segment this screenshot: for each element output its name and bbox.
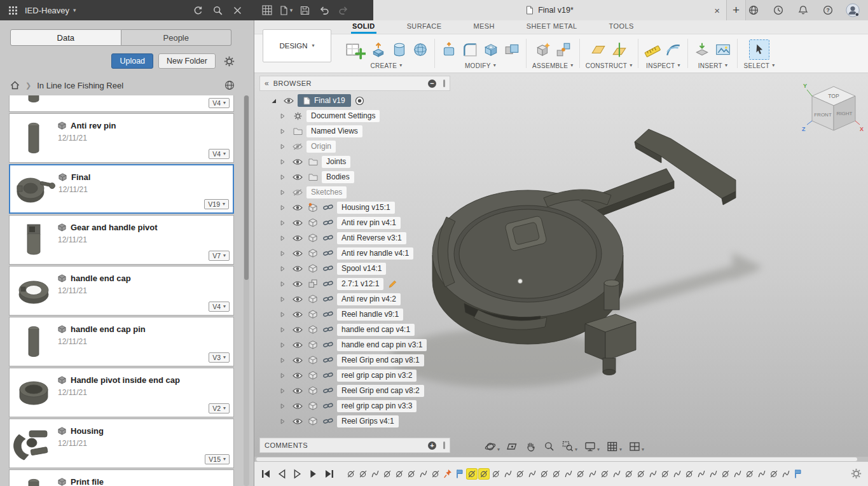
browser-row[interactable]: Reel handle v9:1 bbox=[259, 307, 450, 322]
browser-row[interactable]: 2.7:1 v12:1 bbox=[259, 276, 450, 291]
expand-arrow-icon[interactable] bbox=[276, 281, 289, 287]
history-icon[interactable] bbox=[771, 2, 786, 18]
close-tab-icon[interactable]: × bbox=[714, 6, 720, 15]
visibility-eye-icon[interactable] bbox=[291, 158, 304, 165]
timeline-feature-curve[interactable] bbox=[370, 469, 380, 479]
document-tab[interactable]: Final v19* × bbox=[373, 0, 727, 20]
project-item-card[interactable]: Print file bbox=[9, 469, 234, 486]
ribbon-group-label[interactable]: ASSEMBLE▾ bbox=[532, 62, 574, 69]
browser-row[interactable]: Spool v14:1 bbox=[259, 261, 450, 276]
ribbon-group-label[interactable]: CONSTRUCT▾ bbox=[586, 62, 633, 69]
project-item-card[interactable]: Anti rev pin12/11/21V4▾ bbox=[9, 113, 234, 163]
browser-item-label[interactable]: Housing v15:1 bbox=[337, 202, 395, 214]
workspace-selector[interactable]: DESIGN ▾ bbox=[263, 29, 331, 62]
expand-arrow-icon[interactable] bbox=[276, 205, 289, 211]
visibility-eye-icon[interactable] bbox=[291, 189, 304, 196]
browser-item-label[interactable]: Anti rev pin v4:1 bbox=[337, 217, 401, 229]
timeline-step-back-button[interactable] bbox=[277, 469, 287, 479]
tool-form-icon[interactable] bbox=[412, 41, 429, 58]
ribbon-group-label[interactable]: INSPECT▾ bbox=[646, 62, 680, 69]
browser-row[interactable]: reel grip cap pin v3:3 bbox=[259, 398, 450, 413]
project-item-card[interactable]: Gear and handle pivot12/11/21V7▾ bbox=[9, 215, 234, 265]
version-badge[interactable]: V4▾ bbox=[209, 98, 230, 108]
browser-row[interactable]: handle end cap v4:1 bbox=[259, 322, 450, 337]
visibility-eye-icon[interactable] bbox=[291, 143, 304, 150]
timeline-step-forward-button[interactable] bbox=[308, 469, 319, 479]
timeline-play-button[interactable] bbox=[293, 469, 303, 479]
home-icon[interactable] bbox=[10, 81, 20, 90]
browser-item-label[interactable]: handle end cap v4:1 bbox=[337, 324, 415, 336]
tool-extrude-icon[interactable] bbox=[370, 41, 387, 58]
timeline-feature-curve[interactable] bbox=[648, 469, 658, 479]
app-grid-icon[interactable] bbox=[5, 2, 20, 18]
browser-row[interactable]: Anti rev handle v4:1 bbox=[259, 246, 450, 261]
browser-row[interactable]: handle end cap pin v3:1 bbox=[259, 337, 450, 352]
timeline-feature-sketch[interactable] bbox=[636, 469, 646, 479]
timeline-feature-sketch[interactable] bbox=[539, 469, 549, 479]
save-icon[interactable] bbox=[298, 2, 313, 18]
visibility-eye-icon[interactable] bbox=[291, 265, 304, 272]
nav-zoom-window-icon[interactable]: ▾ bbox=[562, 441, 577, 452]
nav-orbit-icon[interactable]: ▾ bbox=[485, 441, 500, 452]
browser-row[interactable]: Document Settings bbox=[259, 108, 450, 123]
browser-item-label[interactable]: Joints bbox=[322, 156, 350, 168]
breadcrumb-project-label[interactable]: In Line Ice Fishing Reel bbox=[37, 81, 123, 90]
expand-arrow-icon[interactable] bbox=[276, 358, 289, 363]
upload-button[interactable]: Upload bbox=[111, 53, 153, 69]
tool-insert-mesh-icon[interactable] bbox=[694, 41, 710, 58]
timeline-feature-sketch-hl[interactable] bbox=[467, 469, 477, 479]
timeline-feature-sketch[interactable] bbox=[575, 469, 586, 479]
visibility-eye-icon[interactable] bbox=[291, 250, 304, 257]
ribbon-group-label[interactable]: INSERT▾ bbox=[698, 62, 728, 69]
timeline-feature-curve[interactable] bbox=[757, 469, 767, 479]
browser-root-row[interactable]: Final v19 bbox=[259, 93, 450, 108]
visibility-eye-icon[interactable] bbox=[291, 235, 304, 242]
version-badge[interactable]: V3▾ bbox=[209, 352, 230, 363]
timeline-feature-curve[interactable] bbox=[708, 469, 719, 479]
timeline-feature-sketch[interactable] bbox=[515, 469, 525, 479]
tool-select-icon[interactable] bbox=[749, 39, 769, 60]
version-badge[interactable]: V4▾ bbox=[209, 149, 230, 159]
timeline-feature-curve[interactable] bbox=[781, 469, 791, 479]
browser-item-label[interactable]: Spool v14:1 bbox=[337, 263, 386, 275]
visibility-eye-icon[interactable] bbox=[291, 387, 304, 394]
browser-row[interactable]: reel grip cap pin v3:2 bbox=[259, 368, 450, 383]
expand-arrow-icon[interactable] bbox=[276, 220, 289, 226]
browser-item-label[interactable]: Origin bbox=[307, 141, 336, 153]
tool-sketch-icon[interactable] bbox=[344, 39, 366, 60]
nav-pan-icon[interactable] bbox=[525, 441, 537, 452]
comments-panel[interactable]: COMMENTS + bbox=[259, 438, 450, 453]
file-menu-icon[interactable]: ▾ bbox=[279, 2, 294, 18]
nav-look-at-icon[interactable] bbox=[507, 441, 518, 452]
browser-row[interactable]: Housing v15:1 bbox=[259, 200, 450, 215]
timeline-feature-curve[interactable] bbox=[418, 469, 429, 479]
expand-arrow-icon[interactable] bbox=[276, 419, 289, 424]
browser-row[interactable]: Sketches bbox=[259, 184, 450, 200]
tab-tools[interactable]: TOOLS bbox=[608, 20, 635, 34]
timeline-feature-sketch[interactable] bbox=[394, 469, 404, 479]
visibility-eye-icon[interactable] bbox=[291, 311, 304, 318]
3d-viewport[interactable]: « BROWSER − Final v19Document SettingsNa… bbox=[254, 73, 868, 457]
timeline-feature-sketch[interactable] bbox=[624, 469, 634, 479]
nav-grid-snaps-icon[interactable]: ▾ bbox=[607, 441, 622, 452]
browser-item-label[interactable]: Anti rev handle v4:1 bbox=[337, 247, 413, 260]
browser-item-label[interactable]: Reel Grips v4:1 bbox=[337, 415, 399, 427]
timeline-feature-curve[interactable] bbox=[588, 469, 598, 479]
browser-item-label[interactable]: Reel handle v9:1 bbox=[337, 309, 403, 321]
close-data-panel-icon[interactable] bbox=[230, 2, 245, 18]
expand-arrow-icon[interactable] bbox=[276, 388, 289, 394]
browser-item-label[interactable]: handle end cap pin v3:1 bbox=[337, 339, 427, 351]
expand-arrow-icon[interactable] bbox=[276, 266, 289, 272]
tool-measure-icon[interactable] bbox=[644, 41, 661, 58]
visibility-eye-icon[interactable] bbox=[291, 403, 304, 410]
avatar[interactable] bbox=[845, 2, 860, 18]
tool-axis-icon[interactable] bbox=[611, 41, 628, 58]
timeline-feature-curve[interactable] bbox=[672, 469, 682, 479]
visibility-eye-icon[interactable] bbox=[291, 418, 304, 425]
timeline-go-to-end-button[interactable] bbox=[324, 469, 334, 479]
browser-row[interactable]: Anti rev pin v4:2 bbox=[259, 291, 450, 307]
project-item-card[interactable]: handle end cap pin12/11/21V3▾ bbox=[9, 317, 234, 366]
expand-arrow-icon[interactable] bbox=[276, 251, 289, 256]
data-panel-tab-data[interactable]: Data bbox=[10, 29, 121, 46]
timeline-feature-curve[interactable] bbox=[503, 469, 513, 479]
